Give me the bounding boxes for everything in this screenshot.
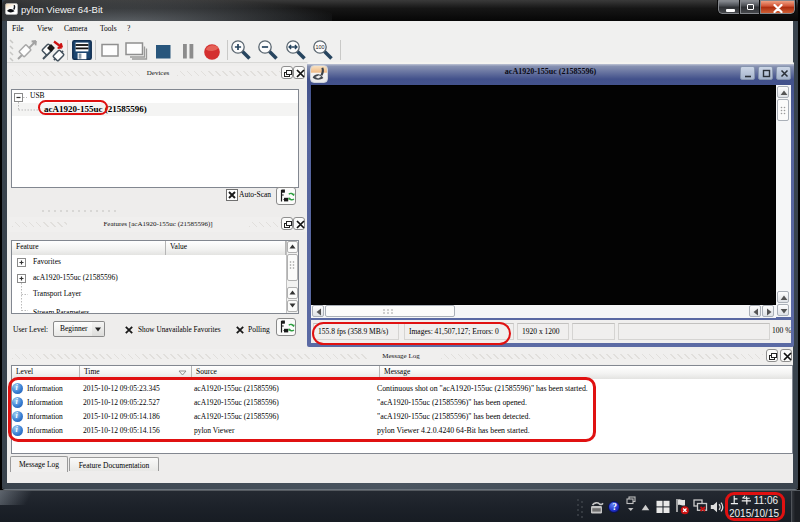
svg-text:100: 100 — [316, 44, 325, 50]
